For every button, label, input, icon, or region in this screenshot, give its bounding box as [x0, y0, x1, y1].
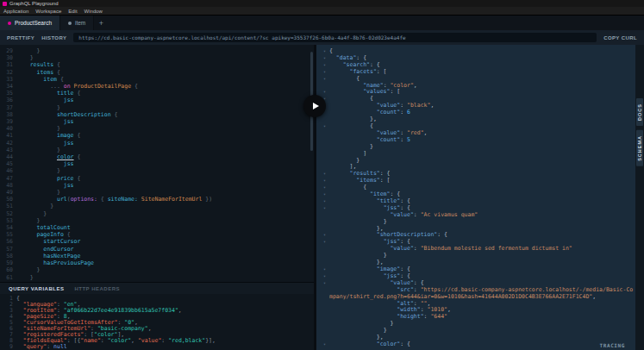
- code-line: ▾ "facets": [: [323, 69, 635, 76]
- endpoint-url-input[interactable]: [73, 33, 597, 42]
- copy-curl-button[interactable]: COPY CURL: [603, 35, 637, 41]
- code-line: 42 jss: [0, 140, 314, 147]
- code-line: 39 jss: [0, 118, 314, 125]
- tracing-toggle[interactable]: TRACING: [600, 342, 626, 348]
- code-line: 48 jss: [0, 182, 314, 189]
- code-line: 41 image {: [0, 132, 314, 139]
- query-pane: 29 }30 }31 results {32 items {33 item {3…: [0, 45, 314, 350]
- code-line: ▾{: [323, 48, 635, 55]
- variables-header: QUERY VARIABLES HTTP HEADERS: [0, 282, 314, 294]
- play-icon: [313, 103, 319, 109]
- tab-item[interactable]: item: [60, 16, 94, 30]
- tab-label: item: [75, 20, 85, 26]
- app-logo-icon: [3, 2, 7, 6]
- code-line: 34 ... on ProductDetailPage {: [0, 83, 314, 90]
- code-line: 52 }: [0, 210, 314, 217]
- tab-dot-icon: [68, 22, 72, 25]
- code-line: 54 totalCount: [0, 224, 314, 231]
- execute-button[interactable]: [303, 95, 326, 117]
- tab-http-headers[interactable]: HTTP HEADERS: [74, 286, 120, 291]
- menu-workspace[interactable]: Workspace: [35, 9, 61, 14]
- code-line: 45 jss: [0, 160, 314, 167]
- code-line: 59 hasPreviousPage: [0, 259, 314, 266]
- code-line: 32 items {: [0, 69, 314, 76]
- menu-window[interactable]: Window: [84, 9, 103, 14]
- code-line: 47 price {: [0, 175, 314, 182]
- titlebar: GraphQL Playground: [0, 0, 644, 7]
- code-line: }: [323, 144, 635, 151]
- response-viewer[interactable]: ▾{▾ "data": {▾ "search": {▾ "facets": [▾…: [323, 48, 635, 348]
- code-line: 38 shortDescription {: [0, 111, 314, 118]
- code-line: 35 title {: [0, 90, 314, 97]
- code-line: 56 startCursor: [0, 238, 314, 245]
- unsaved-dot-icon: [8, 22, 11, 25]
- code-line: 58 hasNextPage: [0, 253, 314, 259]
- side-tab-strip: DOCS SCHEMA: [635, 45, 644, 350]
- code-line: 30 }: [0, 54, 314, 61]
- menu-edit[interactable]: Edit: [68, 9, 77, 14]
- code-line: 33 item {: [0, 76, 314, 83]
- code-line: 44 color {: [0, 153, 314, 160]
- tab-query-variables[interactable]: QUERY VARIABLES: [9, 286, 64, 291]
- code-line: 40 }: [0, 125, 314, 132]
- main-split: 29 }30 }31 results {32 items {33 item {3…: [0, 45, 644, 350]
- code-line: "src": "https://cd.basic-company-aspnetc…: [323, 287, 635, 301]
- code-line: 53 }: [0, 217, 314, 224]
- query-variables-editor[interactable]: 1{2 "language": "en",3 "rootItem": "af06…: [0, 294, 314, 350]
- menubar: Application Workspace Edit Window: [0, 7, 644, 16]
- graphql-playground-window: GraphQL Playground Application Workspace…: [0, 0, 644, 350]
- code-line: 49 }: [0, 189, 314, 196]
- new-tab-button[interactable]: +: [94, 16, 108, 30]
- prettify-button[interactable]: PRETTIFY: [7, 35, 34, 41]
- code-line: 29 }: [0, 47, 314, 54]
- history-button[interactable]: HISTORY: [41, 35, 66, 41]
- code-line: 50 url(options: { siteName: SiteNameForI…: [0, 196, 314, 203]
- response-pane: ▾{▾ "data": {▾ "search": {▾ "facets": [▾…: [316, 45, 635, 350]
- query-editor[interactable]: 29 }30 }31 results {32 items {33 item {3…: [0, 45, 314, 282]
- code-line: 36 jss: [0, 97, 314, 103]
- code-line: 51 }: [0, 203, 314, 209]
- code-line: 55 pageInfo {: [0, 231, 314, 238]
- code-line: 37 }: [0, 104, 314, 111]
- code-line: ▾ "color": {: [323, 341, 635, 348]
- code-line: ]: [323, 151, 635, 158]
- code-line: 60 }: [0, 266, 314, 273]
- tab-label: ProductSearch: [15, 20, 52, 26]
- app-title: GraphQL Playground: [9, 0, 58, 7]
- toolbar: PRETTIFY HISTORY COPY CURL: [0, 30, 644, 45]
- code-line: 57 endCursor: [0, 246, 314, 253]
- code-line: ▾ "items": [: [323, 178, 635, 184]
- code-line: 61 }: [0, 274, 314, 281]
- schema-tab[interactable]: SCHEMA: [636, 130, 643, 166]
- code-line: 9 "query": null: [0, 344, 314, 350]
- code-line: }: [323, 158, 635, 165]
- docs-tab[interactable]: DOCS: [636, 98, 643, 126]
- menu-application[interactable]: Application: [3, 9, 28, 14]
- code-line: 43 }: [0, 147, 314, 153]
- tab-productsearch[interactable]: ProductSearch: [0, 16, 60, 30]
- code-line: 31 results {: [0, 61, 314, 68]
- session-tabbar: ProductSearch item +: [0, 16, 644, 30]
- code-line: 46 }: [0, 167, 314, 174]
